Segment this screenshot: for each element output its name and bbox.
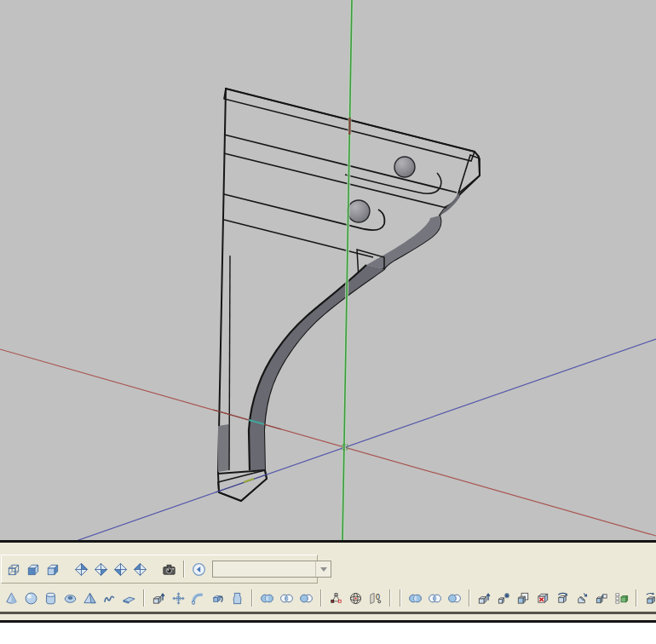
viewport-canvas xyxy=(0,0,656,540)
viewport-3d[interactable] xyxy=(0,0,656,540)
revolve-box-icon xyxy=(210,591,225,606)
tool-pyramid[interactable] xyxy=(82,589,98,607)
tool-extrude-box[interactable] xyxy=(151,589,167,607)
toolbar-separator xyxy=(389,589,391,607)
tool-iso-view-4[interactable] xyxy=(132,561,148,578)
tool-cube-delete[interactable] xyxy=(535,589,551,607)
cube-flip-icon xyxy=(644,591,656,606)
cube-copy-icon xyxy=(516,591,531,606)
tier2-end-cap xyxy=(366,216,440,269)
tools-toolbar: 0 xyxy=(0,586,656,610)
loft-vase-icon xyxy=(230,591,245,606)
toolbar-separator xyxy=(636,589,637,607)
tool-cube-move[interactable] xyxy=(496,589,512,607)
tool-cube-array[interactable] xyxy=(594,589,610,607)
iso-view-1-icon xyxy=(74,562,89,577)
toolbar-separator xyxy=(251,589,253,607)
tier1-end-cap xyxy=(458,155,480,193)
cylinder-icon xyxy=(43,591,58,606)
toolbar-separator xyxy=(143,589,145,607)
view-wireframe-cube-icon xyxy=(6,562,20,577)
tool-torus[interactable] xyxy=(62,589,78,607)
inference-highlight-blue xyxy=(244,479,254,482)
bool-subtract-icon xyxy=(299,591,314,606)
bool-union-icon xyxy=(408,591,423,606)
extrude-box-icon xyxy=(477,591,492,606)
bool-union-icon xyxy=(260,591,274,606)
bool-subtract-icon xyxy=(447,591,462,606)
tier1-cove xyxy=(440,193,460,216)
view-toolbar xyxy=(2,555,317,583)
bool-intersect-icon xyxy=(279,591,294,606)
ankle-shadow xyxy=(218,424,229,472)
tool-sphere[interactable] xyxy=(23,589,39,607)
tool-cone[interactable] xyxy=(3,589,20,607)
extrude-box-icon xyxy=(152,591,166,606)
bool-intersect-icon xyxy=(428,591,442,606)
tool-cube-chamfer[interactable] xyxy=(574,589,590,607)
boss-circle-lower xyxy=(348,200,370,222)
tool-bool-subtract[interactable] xyxy=(298,589,314,607)
move-tool-icon xyxy=(171,591,186,606)
sweep-elbow-icon xyxy=(191,591,205,606)
chevron-down-icon xyxy=(320,567,327,572)
blue-axis-over-model xyxy=(216,474,267,492)
tool-vertex-nodes[interactable] xyxy=(328,589,344,607)
toolbar-separator xyxy=(183,561,185,578)
camera-icon xyxy=(162,562,176,577)
tool-camera[interactable] xyxy=(161,561,177,578)
tool-cube-list-green[interactable] xyxy=(613,589,630,607)
iso-view-2-icon xyxy=(94,562,108,577)
tool-bool-intersect[interactable] xyxy=(279,589,295,607)
tool-view-shaded-cube[interactable] xyxy=(25,561,41,578)
tool-cage-globe[interactable] xyxy=(348,589,364,607)
tool-bool-subtract[interactable] xyxy=(446,589,463,607)
torus-icon xyxy=(63,591,78,606)
tool-helix[interactable] xyxy=(101,589,118,607)
tool-revolve-box[interactable] xyxy=(210,589,226,607)
cage-globe-icon xyxy=(348,591,363,606)
tool-bool-union[interactable] xyxy=(259,589,275,607)
tool-angle-zero[interactable]: 0 xyxy=(367,589,383,607)
angle-zero-icon: 0 xyxy=(368,591,383,606)
iso-view-3-icon xyxy=(113,562,128,577)
tool-view-hiddenline-cube[interactable] xyxy=(44,561,60,578)
view-shaded-cube-icon xyxy=(26,562,40,577)
tool-wedge[interactable] xyxy=(121,589,137,607)
tool-cube-rotate[interactable] xyxy=(555,589,571,607)
wedge-icon xyxy=(122,591,136,606)
cube-chamfer-icon xyxy=(575,591,590,606)
cube-rotate-icon xyxy=(555,591,570,606)
foot-bottom-face xyxy=(218,470,267,501)
tool-loft-vase[interactable] xyxy=(229,589,245,607)
pyramid-icon xyxy=(83,591,97,606)
toolbar-separator xyxy=(320,589,322,607)
tool-extrude-box[interactable] xyxy=(476,589,492,607)
tool-cylinder[interactable] xyxy=(43,589,59,607)
helix-icon xyxy=(102,591,117,606)
dropdown-open-button[interactable] xyxy=(315,561,331,577)
app-window: 0 xyxy=(0,0,656,644)
tool-bool-intersect[interactable] xyxy=(427,589,443,607)
tool-sweep-elbow[interactable] xyxy=(190,589,206,607)
back-arrow-icon xyxy=(192,562,206,577)
tool-view-wireframe-cube[interactable] xyxy=(5,561,21,578)
cone-icon xyxy=(4,591,19,606)
iso-view-4-icon xyxy=(133,562,147,577)
blue-axis xyxy=(64,339,656,540)
bottom-margin xyxy=(0,623,656,644)
tool-cube-flip[interactable] xyxy=(643,589,656,607)
tool-iso-view-2[interactable] xyxy=(93,561,109,578)
tool-cube-copy[interactable] xyxy=(515,589,532,607)
cube-list-green-icon xyxy=(614,591,629,606)
tool-iso-view-1[interactable] xyxy=(73,561,89,578)
view-preset-dropdown[interactable] xyxy=(212,561,331,578)
tool-bool-union[interactable] xyxy=(407,589,423,607)
tool-move-tool[interactable] xyxy=(170,589,187,607)
dropdown-value xyxy=(213,561,315,577)
red-axis xyxy=(0,349,656,536)
tool-back-arrow[interactable] xyxy=(191,561,207,578)
sphere-icon xyxy=(24,591,38,606)
cube-array-icon xyxy=(595,591,609,606)
tool-iso-view-3[interactable] xyxy=(112,561,129,578)
